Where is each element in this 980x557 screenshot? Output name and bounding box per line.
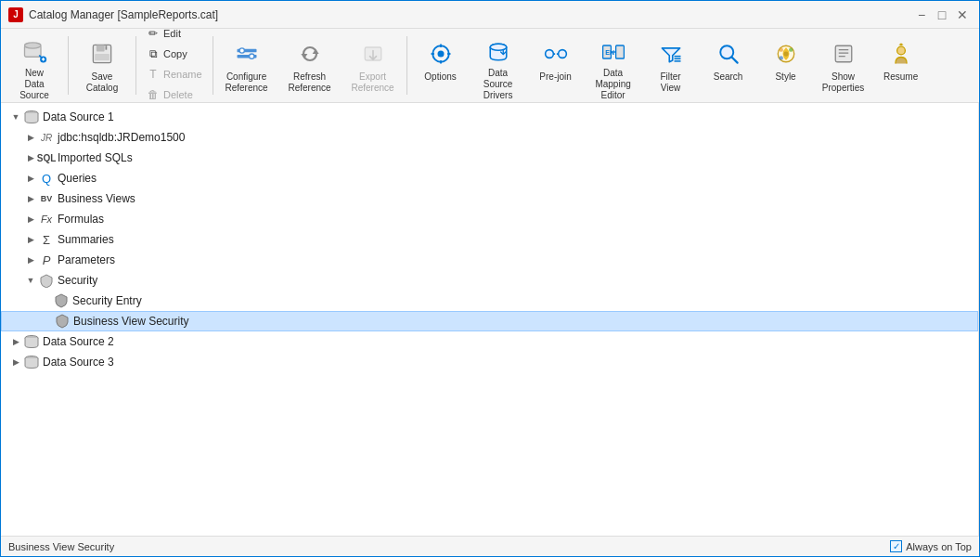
title-controls: − □ ✕ (912, 6, 972, 24)
bv-toggle[interactable]: ▶ (23, 191, 38, 206)
svg-rect-9 (106, 45, 108, 49)
new-data-source-button[interactable]: NewData Source (6, 34, 62, 97)
ds2-label: Data Source 2 (43, 335, 114, 348)
catalog-manager-window: J Catalog Manager [SampleReports.cat] − … (0, 0, 980, 557)
always-on-top-label: Always on Top (906, 541, 972, 552)
ds3-toggle[interactable]: ▶ (8, 355, 23, 369)
data-source-drivers-button[interactable]: Data SourceDrivers (471, 34, 526, 97)
tree-item-ds1-sql[interactable]: ▶ SQL Imported SQLs (1, 148, 978, 168)
ds1-label: Data Source 1 (43, 110, 114, 123)
minimize-button[interactable]: − (912, 6, 931, 24)
security-toggle[interactable]: ▼ (23, 273, 38, 288)
resume-label: Resume (883, 71, 918, 83)
filter-view-button[interactable]: FilterView (643, 34, 699, 97)
tree-item-ds1-jdbc[interactable]: ▶ JR jdbc:hsqldb:JRDemo1500 (1, 127, 978, 148)
toolbar-mini-group-edit: ✏ Edit ⧉ Copy T Rename 🗑 Delete (138, 32, 211, 96)
svg-line-37 (731, 58, 737, 63)
export-reference-button[interactable]: ExportReference (345, 34, 401, 97)
search-label: Search (714, 71, 743, 83)
svg-point-42 (779, 56, 782, 59)
style-icon (771, 39, 801, 69)
queries-toggle[interactable]: ▶ (23, 171, 38, 186)
svg-rect-30 (615, 45, 624, 58)
tree-item-ds1-security[interactable]: ▼ Security (1, 270, 978, 291)
svg-rect-8 (95, 54, 110, 60)
always-on-top-container: ✓ Always on Top (890, 540, 972, 552)
datasource-icon (23, 109, 40, 125)
tree-panel: ▼ Data Source 1 ▶ JR jdbc:hsqldb:JRDemo1… (1, 103, 979, 536)
configure-icon (232, 39, 262, 69)
options-icon (426, 39, 456, 69)
security-entry-label: Security Entry (72, 294, 142, 307)
save-catalog-button[interactable]: SaveCatalog (74, 34, 130, 97)
svg-point-41 (789, 47, 793, 51)
export-icon (358, 39, 388, 69)
properties-icon (829, 39, 858, 69)
toolbar: NewData Source SaveCatalog (1, 29, 979, 103)
tree-item-ds1-formulas[interactable]: ▶ Fx Formulas (1, 209, 978, 229)
close-button[interactable]: ✕ (953, 6, 972, 24)
new-data-source-label: NewData Source (9, 68, 59, 101)
delete-button[interactable]: 🗑 Delete (140, 85, 209, 104)
ds-drivers-icon (484, 39, 513, 65)
param-icon: P (38, 252, 55, 268)
search-button[interactable]: Search (701, 34, 756, 97)
ds2-toggle[interactable]: ▶ (8, 334, 23, 349)
sep2 (135, 36, 136, 95)
resume-button[interactable]: Resume (873, 34, 929, 97)
copy-button[interactable]: ⧉ Copy (140, 45, 209, 63)
summaries-label: Summaries (58, 233, 114, 246)
sql-icon: SQL (38, 149, 55, 166)
refresh-icon (295, 39, 325, 69)
tree-item-bv-security[interactable]: Business View Security (1, 311, 978, 331)
status-bar: Business View Security ✓ Always on Top (1, 536, 979, 556)
sql-toggle[interactable]: ▶ (23, 150, 38, 165)
queries-icon: Q (38, 170, 55, 187)
datasource3-icon (23, 354, 40, 370)
tree-item-ds1-params[interactable]: ▶ P Parameters (1, 250, 978, 270)
datasource2-icon (23, 333, 40, 350)
svg-rect-7 (97, 45, 105, 51)
maximize-button[interactable]: □ (933, 6, 951, 24)
tree-item-ds1-summaries[interactable]: ▶ Σ Summaries (1, 229, 978, 250)
data-source-drivers-label: Data SourceDrivers (473, 68, 523, 101)
show-properties-button[interactable]: ShowProperties (816, 34, 871, 97)
refresh-reference-button[interactable]: RefreshReference (282, 34, 338, 97)
svg-point-26 (558, 50, 566, 58)
sigma-icon: Σ (38, 231, 55, 248)
delete-label: Delete (163, 89, 193, 100)
params-toggle[interactable]: ▶ (23, 253, 38, 267)
edit-button[interactable]: ✏ Edit (140, 24, 209, 43)
tree-item-ds1-queries[interactable]: ▶ Q Queries (1, 168, 978, 188)
security-label: Security (58, 274, 97, 287)
show-properties-label: ShowProperties (822, 71, 865, 94)
jdbc-toggle[interactable]: ▶ (23, 130, 38, 145)
ds1-toggle[interactable]: ▼ (8, 110, 23, 124)
new-ds-icon (19, 39, 49, 65)
bv-label: Business Views (58, 192, 135, 205)
formulas-toggle[interactable]: ▶ (23, 212, 38, 227)
tree-item-ds1[interactable]: ▼ Data Source 1 (1, 107, 978, 127)
options-label: Options (424, 71, 456, 83)
refresh-reference-label: RefreshReference (289, 71, 331, 94)
rename-button[interactable]: T Rename (140, 65, 209, 84)
data-mapping-editor-button[interactable]: EN Data MappingEditor (586, 34, 641, 97)
tree-item-security-entry[interactable]: Security Entry (1, 291, 978, 311)
title-bar-left: J Catalog Manager [SampleReports.cat] (8, 7, 218, 22)
always-on-top-checkbox[interactable]: ✓ (890, 540, 902, 552)
save-icon (87, 39, 117, 69)
queries-label: Queries (58, 172, 97, 185)
options-button[interactable]: Options (413, 34, 469, 97)
summaries-toggle[interactable]: ▶ (23, 232, 38, 247)
configure-reference-button[interactable]: ConfigureReference (219, 34, 275, 97)
tree-item-ds2[interactable]: ▶ Data Source 2 (1, 331, 978, 352)
pre-join-button[interactable]: Pre-join (528, 34, 584, 97)
toolbar-group-configure: ConfigureReference (215, 32, 278, 98)
tree-item-ds1-bv[interactable]: ▶ BV Business Views (1, 188, 978, 209)
tree-item-ds3[interactable]: ▶ Data Source 3 (1, 352, 978, 372)
style-button[interactable]: Style (758, 34, 814, 97)
main-content: ▼ Data Source 1 ▶ JR jdbc:hsqldb:JRDemo1… (1, 103, 979, 536)
prejoin-icon (541, 39, 571, 69)
style-label: Style (775, 71, 795, 83)
svg-point-47 (896, 46, 905, 55)
